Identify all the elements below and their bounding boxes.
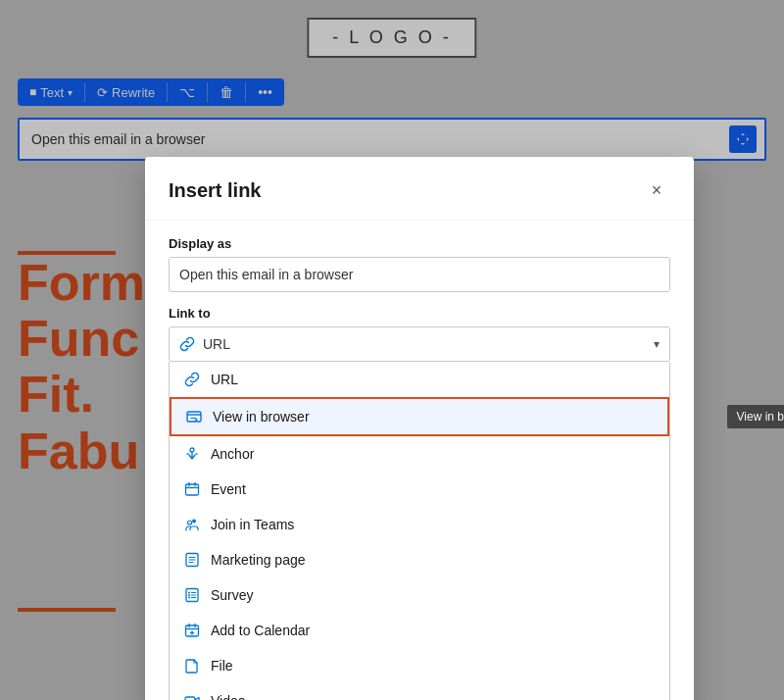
dropdown-item-video[interactable]: Video bbox=[170, 683, 669, 700]
teams-icon bbox=[183, 516, 201, 533]
svg-point-3 bbox=[192, 520, 196, 524]
svg-rect-2 bbox=[186, 484, 199, 495]
dropdown-item-file-label: File bbox=[211, 658, 233, 674]
insert-link-modal: Insert link × Display as Link to URL ▾ bbox=[145, 157, 694, 700]
svg-point-7 bbox=[188, 592, 190, 594]
survey-icon bbox=[183, 586, 201, 604]
svg-point-4 bbox=[188, 521, 192, 525]
svg-rect-0 bbox=[187, 412, 201, 422]
link-icon bbox=[179, 336, 195, 352]
svg-point-9 bbox=[188, 597, 190, 599]
dropdown-item-event[interactable]: Event bbox=[170, 472, 669, 507]
dropdown-item-file[interactable]: File bbox=[170, 648, 669, 683]
link-to-label: Link to bbox=[169, 306, 670, 321]
dropdown-item-view-in-browser[interactable]: View in browser View in browser bbox=[170, 397, 669, 436]
modal-header: Insert link × bbox=[145, 157, 694, 221]
close-button[interactable]: × bbox=[643, 176, 670, 204]
dropdown-item-marketing-page[interactable]: Marketing page bbox=[170, 542, 669, 577]
file-icon bbox=[183, 657, 201, 675]
event-icon bbox=[183, 480, 201, 498]
video-icon bbox=[183, 692, 201, 700]
modal-title: Insert link bbox=[169, 179, 261, 202]
dropdown-item-survey-label: Survey bbox=[211, 587, 254, 603]
dropdown-item-add-to-calendar-label: Add to Calendar bbox=[211, 623, 310, 638]
dropdown-item-join-in-teams-label: Join in Teams bbox=[211, 517, 294, 532]
dropdown-item-url-label: URL bbox=[211, 372, 238, 387]
dropdown-item-video-label: Video bbox=[211, 693, 246, 700]
link-type-dropdown-list: URL View in browser View in browser bbox=[169, 362, 670, 700]
dropdown-item-survey[interactable]: Survey bbox=[170, 577, 669, 613]
dropdown-item-marketing-page-label: Marketing page bbox=[211, 552, 306, 568]
dropdown-item-anchor[interactable]: Anchor bbox=[170, 436, 669, 472]
svg-point-8 bbox=[188, 594, 190, 596]
dropdown-item-event-label: Event bbox=[211, 481, 246, 497]
dropdown-chevron-icon: ▾ bbox=[654, 337, 660, 351]
dropdown-item-anchor-label: Anchor bbox=[211, 446, 254, 462]
dropdown-item-add-to-calendar[interactable]: Add to Calendar bbox=[170, 613, 669, 648]
dropdown-item-url[interactable]: URL bbox=[170, 362, 669, 397]
modal-body: Display as Link to URL ▾ bbox=[145, 221, 694, 700]
display-as-label: Display as bbox=[169, 236, 670, 251]
add-to-calendar-icon bbox=[183, 622, 201, 639]
anchor-icon bbox=[183, 445, 201, 463]
dropdown-item-view-in-browser-label: View in browser bbox=[213, 409, 310, 425]
dropdown-item-join-in-teams[interactable]: Join in Teams bbox=[170, 507, 669, 542]
display-as-input[interactable] bbox=[169, 257, 670, 292]
marketing-page-icon bbox=[183, 551, 201, 569]
view-in-browser-icon bbox=[185, 408, 203, 425]
link-type-dropdown[interactable]: URL ▾ bbox=[169, 326, 670, 362]
url-link-icon bbox=[183, 371, 201, 388]
selected-link-type: URL bbox=[203, 336, 230, 352]
